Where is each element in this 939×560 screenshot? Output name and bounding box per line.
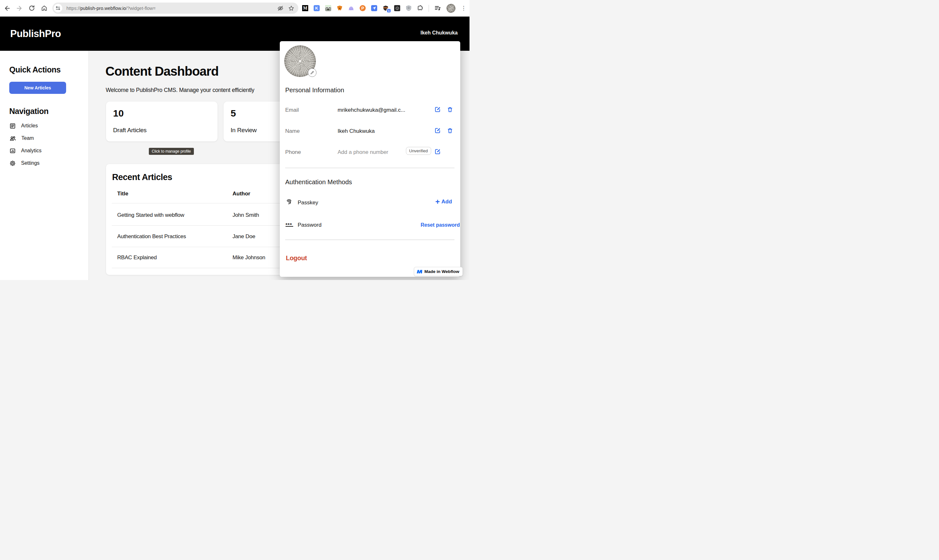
browser-menu-icon[interactable]: ⋮: [461, 5, 466, 11]
back-icon: [4, 5, 11, 12]
profile-panel: Personal Information Email mrikehchukwuk…: [280, 41, 460, 277]
edit-phone-icon[interactable]: [434, 148, 441, 155]
page-title: Content Dashboard: [105, 64, 219, 78]
phone-placeholder[interactable]: Add a phone number: [337, 149, 388, 155]
quick-actions-title: Quick Actions: [9, 65, 61, 74]
frog-extension-icon[interactable]: [325, 5, 331, 11]
url-path: /?widget-flow=: [126, 6, 155, 11]
delete-name-icon[interactable]: [447, 128, 453, 134]
pencil-icon: [310, 71, 314, 75]
padlet-extension-icon[interactable]: P: [360, 5, 366, 11]
brand-logo: PublishPro: [10, 28, 61, 40]
article-author-cell: Jane Doe: [232, 233, 255, 240]
avatar-edit-button[interactable]: [308, 68, 317, 77]
column-header-author: Author: [232, 191, 250, 197]
stat-value: 10: [113, 108, 124, 119]
sloth-extension-icon[interactable]: [394, 5, 400, 11]
reset-password-link[interactable]: Reset password: [421, 222, 460, 228]
extensions-puzzle-icon[interactable]: [417, 5, 423, 11]
phantom-extension-icon[interactable]: [348, 5, 354, 11]
password-label: Password: [298, 222, 322, 228]
password-asterisks-icon: ***: [286, 223, 293, 227]
made-in-webflow-badge[interactable]: Made in Webflow: [414, 267, 463, 276]
sidebar-item-settings[interactable]: Settings: [9, 159, 80, 167]
url-text[interactable]: https://publish-pro.webflow.io/?widget-f…: [66, 6, 155, 11]
header-user-name[interactable]: Ikeh Chukwuka: [421, 30, 458, 36]
article-author-cell: John Smith: [232, 212, 259, 218]
site-info-button[interactable]: [54, 4, 62, 12]
edit-email-icon[interactable]: [434, 106, 441, 113]
navigation-title: Navigation: [9, 107, 49, 116]
stat-card-drafts[interactable]: 10 Draft Articles: [106, 102, 217, 142]
sidebar-item-team[interactable]: Team: [9, 134, 80, 142]
browser-toolbar: https://publish-pro.webflow.io/?widget-f…: [0, 0, 469, 16]
metamask-extension-icon[interactable]: [337, 5, 343, 11]
name-value: Ikeh Chukwuka: [337, 128, 375, 134]
back-button[interactable]: [2, 0, 13, 16]
delete-email-icon[interactable]: [447, 106, 453, 113]
manage-profile-tooltip: Click to manage profile: [149, 148, 194, 155]
shield-notification-extension-icon[interactable]: 1: [383, 5, 389, 11]
edit-name-icon[interactable]: [434, 128, 441, 134]
new-articles-button[interactable]: New Articles: [9, 82, 66, 94]
sidebar-item-articles[interactable]: Articles: [9, 122, 80, 130]
bookmark-star-icon[interactable]: [288, 5, 294, 11]
email-value: mrikehchukwuka@gmail.c...: [337, 107, 405, 113]
fingerprint-icon: [286, 198, 292, 205]
forward-button[interactable]: [14, 0, 25, 16]
recent-articles-title: Recent Articles: [112, 172, 172, 182]
stat-value: 5: [231, 108, 236, 119]
analytics-icon: [9, 148, 16, 154]
url-scheme: https://: [66, 6, 80, 11]
privacy-shield-extension-icon[interactable]: [406, 5, 412, 11]
reload-button[interactable]: [26, 0, 37, 16]
media-controls-icon[interactable]: [434, 5, 441, 11]
sidebar-item-analytics[interactable]: Analytics: [9, 146, 80, 155]
sidebar-item-label: Team: [22, 135, 34, 141]
sidebar-item-label: Articles: [21, 123, 38, 129]
extensions-row: M K P 1 ⋮: [302, 0, 466, 16]
password-hidden-icon[interactable]: [277, 5, 283, 11]
add-passkey-button[interactable]: + Add: [435, 198, 452, 205]
panel-divider: [285, 240, 454, 240]
home-icon: [41, 5, 48, 11]
article-title-cell[interactable]: Getting Started with webflow: [117, 212, 184, 218]
forward-icon: [15, 5, 23, 12]
site-settings-icon: [55, 6, 60, 11]
browser-profile-avatar[interactable]: [446, 4, 456, 13]
stat-label: In Review: [231, 127, 257, 134]
article-icon: [9, 123, 16, 129]
sidebar: Quick Actions New Articles Navigation Ar…: [0, 51, 89, 280]
article-title-cell[interactable]: Authentication Best Practices: [117, 233, 186, 240]
address-bar[interactable]: https://publish-pro.webflow.io/?widget-f…: [52, 3, 298, 14]
medium-extension-icon[interactable]: M: [302, 5, 308, 11]
tronlink-extension-icon[interactable]: [371, 5, 377, 11]
logout-button[interactable]: Logout: [286, 254, 307, 262]
personal-information-title: Personal Information: [285, 86, 344, 94]
page-subtitle: Welcome to PublishPro CMS. Manage your c…: [106, 87, 254, 94]
authentication-methods-title: Authentication Methods: [285, 178, 352, 186]
extension-badge-count: 1: [386, 8, 391, 13]
sidebar-item-label: Settings: [21, 160, 40, 166]
webflow-logo-icon: [417, 269, 423, 274]
plus-icon: +: [435, 198, 440, 205]
phone-label: Phone: [285, 149, 301, 155]
settings-gear-icon: [9, 160, 16, 167]
toolbar-separator: [429, 5, 429, 12]
kagi-extension-icon[interactable]: K: [314, 5, 320, 11]
sloth-face-icon: [395, 6, 400, 11]
email-label: Email: [285, 107, 299, 113]
team-icon: [9, 135, 16, 142]
home-button[interactable]: [38, 0, 49, 16]
add-passkey-label: Add: [442, 198, 452, 205]
article-title-cell[interactable]: RBAC Explained: [117, 254, 157, 261]
url-host: publish-pro.webflow.io: [80, 6, 126, 11]
stat-label: Draft Articles: [113, 127, 146, 134]
unverified-badge: Unverified: [406, 147, 431, 155]
name-label: Name: [285, 128, 300, 134]
passkey-label: Passkey: [298, 200, 318, 206]
column-header-title: Title: [117, 191, 128, 197]
paper-plane-icon: [372, 6, 376, 10]
reload-icon: [28, 5, 35, 11]
made-in-webflow-label: Made in Webflow: [425, 269, 459, 274]
